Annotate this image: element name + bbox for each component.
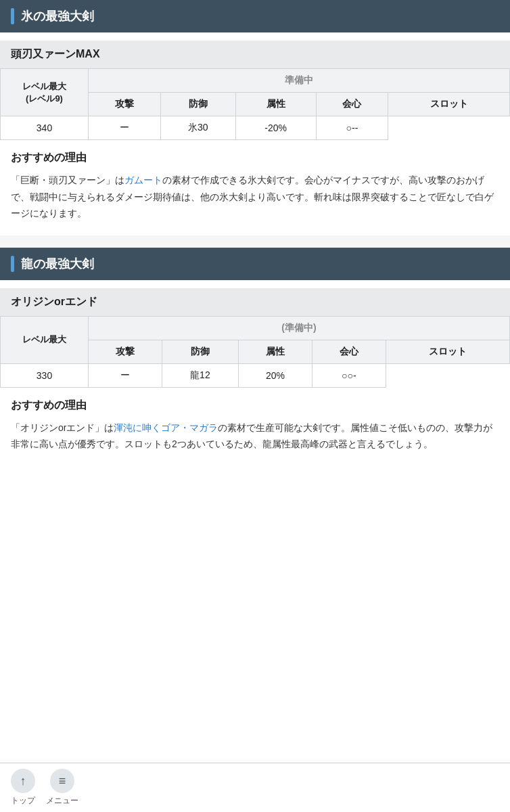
ice-stats-table: レベル最大 (レベル9) 準備中 攻撃 防御 属性 会心 スロット 340 ー …: [0, 68, 510, 140]
dragon-val-element: 龍12: [162, 363, 238, 387]
ice-col-element: 属性: [235, 93, 316, 116]
dragon-stats-table: レベル最大 (準備中) 攻撃 防御 属性 会心 スロット 330 ー 龍12 2…: [0, 316, 510, 388]
dragon-col-affinity: 会心: [312, 340, 386, 363]
ice-col-attack: 攻撃: [89, 93, 161, 116]
dragon-reason-title: おすすめの理由: [11, 399, 499, 413]
dragon-col-defense: 防御: [162, 340, 238, 363]
ice-col-defense: 防御: [160, 93, 235, 116]
ice-section-title: 氷の最強大剣: [21, 8, 94, 24]
ice-preparing-label: 準備中: [89, 69, 510, 93]
dragon-col-slot: スロット: [386, 340, 509, 363]
nav-top-label: トップ: [11, 795, 35, 807]
dragon-val-slot: ○○-: [312, 363, 386, 387]
dragon-section-title: 龍の最強大剣: [21, 256, 94, 272]
ice-section-header: 氷の最強大剣: [0, 0, 510, 32]
ice-weapon-name: 頭刃又ァーンMAX: [0, 41, 510, 68]
dragon-section-header: 龍の最強大剣: [0, 248, 510, 280]
ice-col-affinity: 会心: [316, 93, 388, 116]
ice-reason-body: 「巨断・頭刃又ァーン」はガムートの素材で作成できる氷大剣です。会心がマイナスです…: [11, 172, 499, 222]
ice-link-gamut[interactable]: ガムート: [124, 175, 162, 185]
nav-top-button[interactable]: ↑ トップ: [11, 769, 35, 807]
ice-val-attack: 340: [1, 116, 89, 140]
ice-val-slot: ○--: [316, 116, 388, 140]
ice-val-defense: ー: [89, 116, 161, 140]
dragon-col-attack: 攻撃: [89, 340, 162, 363]
ice-val-element: 氷30: [160, 116, 235, 140]
dragon-col-element: 属性: [238, 340, 312, 363]
dragon-weapon-name: オリジンorエンド: [0, 288, 510, 316]
top-arrow-icon: ↑: [11, 769, 35, 793]
bottom-nav: ↑ トップ ≡ メニュー: [0, 763, 510, 812]
dragon-stats-table-wrap: レベル最大 (準備中) 攻撃 防御 属性 会心 スロット 330 ー 龍12 2…: [0, 316, 510, 388]
dragon-reason-body: 「オリジンorエンド」は渾沌に呻くゴア・マガラの素材で生産可能な大剣です。属性値…: [11, 420, 499, 453]
dragon-link-goa[interactable]: 渾沌に呻くゴア・マガラ: [114, 422, 218, 433]
ice-stats-row: 340 ー 氷30 -20% ○--: [1, 116, 510, 140]
ice-col-slot: スロット: [388, 93, 510, 116]
menu-icon: ≡: [50, 769, 74, 793]
dragon-row-header: レベル最大: [1, 316, 89, 363]
dragon-preparing-label: (準備中): [89, 316, 510, 340]
dragon-reason-section: おすすめの理由 「オリジンorエンド」は渾沌に呻くゴア・マガラの素材で生産可能な…: [0, 388, 510, 466]
dragon-val-defense: ー: [89, 363, 162, 387]
ice-reason-section: おすすめの理由 「巨断・頭刃又ァーン」はガムートの素材で作成できる氷大剣です。会…: [0, 140, 510, 235]
ice-reason-title: おすすめの理由: [11, 151, 499, 165]
nav-menu-button[interactable]: ≡ メニュー: [46, 769, 78, 807]
ice-row-header: レベル最大 (レベル9): [1, 69, 89, 116]
dragon-stats-row: 330 ー 龍12 20% ○○-: [1, 363, 510, 387]
dragon-val-attack: 330: [1, 363, 89, 387]
ice-val-affinity: -20%: [235, 116, 316, 140]
nav-menu-label: メニュー: [46, 795, 78, 807]
dragon-val-affinity: 20%: [238, 363, 312, 387]
ice-stats-table-wrap: レベル最大 (レベル9) 準備中 攻撃 防御 属性 会心 スロット 340 ー …: [0, 68, 510, 140]
